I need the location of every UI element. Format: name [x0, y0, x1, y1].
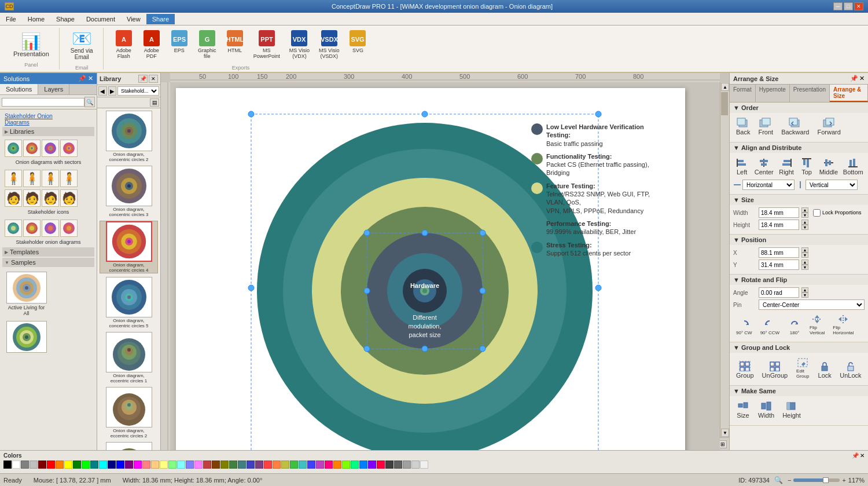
color-swatch-21[interactable]: [186, 461, 194, 469]
color-swatch-17[interactable]: [151, 461, 159, 469]
lib-icon-16[interactable]: [60, 220, 78, 237]
ribbon-graphic-button[interactable]: G Graphicfile: [194, 27, 220, 61]
arrange-makesame-header[interactable]: ▼ Make Same: [730, 386, 868, 396]
color-swatch-36[interactable]: [316, 461, 324, 469]
ribbon-adobeflash-button[interactable]: A AdobeFlash: [111, 27, 137, 61]
arrange-close-icon[interactable]: ✕: [859, 75, 865, 82]
ribbon-sendemail-button[interactable]: 📧 Send viaEmail: [67, 27, 97, 63]
library-item-1[interactable]: Onion diagram,concentric circles 2: [100, 111, 158, 162]
position-y-down-button[interactable]: ▼: [801, 265, 808, 270]
lib-icon-15[interactable]: [42, 220, 59, 237]
makesame-height-button[interactable]: Height: [779, 399, 804, 421]
unlock-button[interactable]: UnLock: [837, 359, 864, 381]
color-swatch-31[interactable]: [273, 461, 281, 469]
scrollbar-up-button[interactable]: ▲: [721, 83, 729, 91]
tab-presentation[interactable]: Presentation: [790, 85, 830, 102]
solutions-search-button[interactable]: 🔍: [84, 97, 95, 107]
scrollbar-down-button[interactable]: ▼: [721, 429, 729, 437]
color-swatch-5[interactable]: [47, 461, 55, 469]
arrange-pin-icon[interactable]: 📌: [850, 75, 858, 82]
align-bottom-button[interactable]: Bottom: [842, 155, 865, 177]
color-swatch-27[interactable]: [238, 461, 246, 469]
tab-layers[interactable]: Layers: [38, 84, 69, 94]
align-right-button[interactable]: Right: [777, 155, 796, 177]
rotate-angle-up-button[interactable]: ▲: [801, 287, 808, 293]
solutions-libraries-header[interactable]: ▶ Libraries: [2, 127, 94, 136]
size-height-down-button[interactable]: ▼: [801, 225, 808, 230]
color-swatch-40[interactable]: [351, 461, 359, 469]
color-swatch-8[interactable]: [73, 461, 81, 469]
rotate-90ccw-button[interactable]: 90° CCW: [757, 317, 782, 337]
lib-icon-14[interactable]: [23, 220, 41, 237]
menu-document[interactable]: Document: [80, 14, 121, 24]
color-swatch-7[interactable]: [64, 461, 72, 469]
color-swatch-38[interactable]: [333, 461, 341, 469]
lock-button[interactable]: Lock: [815, 359, 834, 381]
scrollbar-thumb[interactable]: [721, 92, 728, 115]
arrange-rotate-header[interactable]: ▼ Rotate and Flip: [730, 275, 868, 285]
color-swatch-39[interactable]: [342, 461, 350, 469]
size-width-down-button[interactable]: ▼: [801, 213, 808, 218]
ribbon-svg-button[interactable]: SVG SVG: [344, 27, 371, 61]
color-swatch-15[interactable]: [134, 461, 142, 469]
library-item-6[interactable]: Onion diagram,eccentric circles 2: [100, 387, 158, 439]
color-swatch-26[interactable]: [229, 461, 237, 469]
flip-vertical-button[interactable]: FlipVertical: [807, 312, 827, 337]
color-swatch-3[interactable]: [30, 461, 38, 469]
colors-pin-icon[interactable]: 📌: [852, 452, 859, 459]
color-swatch-42[interactable]: [368, 461, 376, 469]
arrange-back-button[interactable]: Back: [733, 115, 753, 137]
editgroup-button[interactable]: EditGroup: [793, 355, 812, 381]
size-height-input[interactable]: 18.4 mm: [759, 220, 799, 230]
color-swatch-9[interactable]: [82, 461, 90, 469]
arrange-order-header[interactable]: ▼ Order: [730, 103, 868, 113]
sample-item2[interactable]: [5, 320, 48, 355]
color-swatch-24[interactable]: [212, 461, 220, 469]
color-swatch-22[interactable]: [194, 461, 203, 469]
color-swatch-43[interactable]: [377, 461, 385, 469]
tab-format[interactable]: Format: [730, 85, 756, 102]
lib-icon-5[interactable]: 🧍: [5, 170, 22, 187]
lib-icon-2[interactable]: [23, 140, 41, 157]
color-swatch-37[interactable]: [325, 461, 333, 469]
library-dropdown[interactable]: Stakehold...: [117, 86, 159, 96]
color-swatch-6[interactable]: [56, 461, 64, 469]
color-swatch-28[interactable]: [247, 461, 255, 469]
lib-icon-11[interactable]: 🧑: [42, 189, 59, 207]
lib-icon-8[interactable]: 🧍: [60, 170, 78, 187]
color-swatch-12[interactable]: [108, 461, 116, 469]
color-swatch-23[interactable]: [203, 461, 211, 469]
color-swatch-29[interactable]: [255, 461, 263, 469]
ungroup-button[interactable]: UnGroup: [759, 359, 791, 381]
makesame-width-button[interactable]: Width: [755, 399, 777, 421]
color-swatch-44[interactable]: [385, 461, 393, 469]
solutions-pin-icon[interactable]: 📌: [78, 75, 86, 82]
ribbon-visiodvx-button[interactable]: VDX MS Visio(VDX): [285, 27, 314, 61]
zoom-out-button[interactable]: −: [788, 477, 791, 484]
sample-activeliving[interactable]: Active Living for All: [5, 271, 48, 317]
rotate-angle-input[interactable]: [759, 287, 799, 298]
solutions-templates-header[interactable]: ▶ Templates: [2, 247, 94, 257]
size-height-up-button[interactable]: ▲: [801, 220, 808, 225]
color-swatch-0[interactable]: [3, 461, 12, 469]
ribbon-powerpoint-button[interactable]: PPT MSPowerPoint: [249, 27, 284, 61]
align-center-button[interactable]: Center: [753, 155, 775, 177]
color-swatch-33[interactable]: [290, 461, 298, 469]
library-view-button[interactable]: ▤: [150, 98, 159, 107]
library-item-2[interactable]: Onion diagram,concentric circles 3: [100, 166, 158, 217]
position-x-up-button[interactable]: ▲: [801, 247, 808, 253]
arrange-front-button[interactable]: Front: [755, 115, 776, 137]
menu-home[interactable]: Home: [22, 14, 50, 24]
arrange-group-header[interactable]: ▼ Group and Lock: [730, 342, 868, 353]
lib-icon-7[interactable]: 🧍: [42, 170, 59, 187]
position-y-input[interactable]: [759, 260, 799, 270]
library-close-button[interactable]: ✕: [149, 75, 158, 83]
solutions-search-input[interactable]: [2, 98, 84, 107]
group-button[interactable]: Group: [733, 359, 757, 381]
position-x-input[interactable]: [759, 247, 799, 258]
color-swatch-25[interactable]: [220, 461, 229, 469]
ribbon-html-button[interactable]: HTML HTML: [222, 27, 248, 61]
library-back-button[interactable]: ◀: [98, 86, 107, 96]
color-swatch-11[interactable]: [99, 461, 107, 469]
size-width-up-button[interactable]: ▲: [801, 207, 808, 213]
